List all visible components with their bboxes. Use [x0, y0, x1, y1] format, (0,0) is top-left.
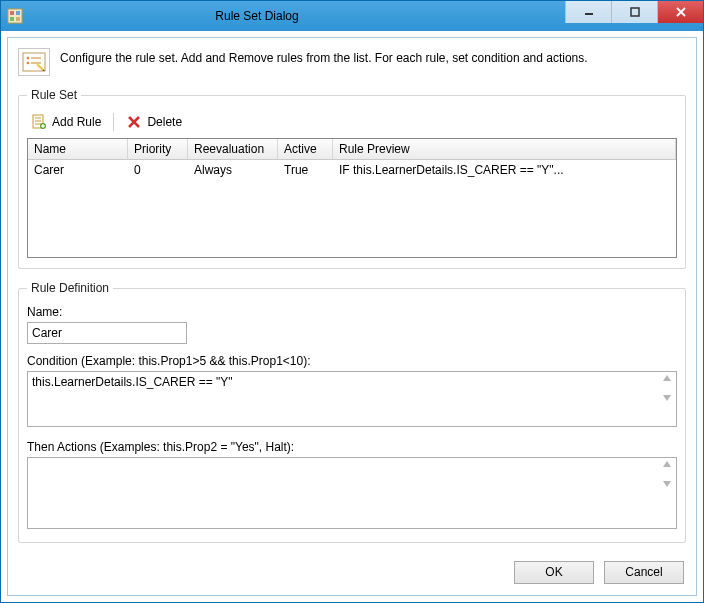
cell-reevaluation: Always	[188, 160, 278, 180]
then-input[interactable]	[27, 457, 677, 529]
svg-rect-1	[10, 11, 14, 15]
client-area: Configure the rule set. Add and Remove r…	[7, 37, 697, 596]
cell-active: True	[278, 160, 333, 180]
then-scroll[interactable]	[662, 460, 674, 488]
condition-input[interactable]	[27, 371, 677, 427]
svg-marker-26	[663, 481, 671, 487]
cell-priority: 0	[128, 160, 188, 180]
ok-button[interactable]: OK	[514, 561, 594, 584]
close-button[interactable]	[657, 1, 703, 23]
window-title: Rule Set Dialog	[29, 9, 565, 23]
window: Rule Set Dialog	[0, 0, 704, 603]
rule-set-toolbar: Add Rule Delete	[27, 110, 677, 138]
grid-header: Name Priority Reevaluation Active Rule P…	[28, 139, 676, 160]
col-name[interactable]: Name	[28, 139, 128, 159]
add-rule-button[interactable]: Add Rule	[27, 112, 105, 132]
svg-rect-6	[631, 8, 639, 16]
titlebar: Rule Set Dialog	[1, 1, 703, 31]
svg-rect-4	[16, 17, 20, 21]
delete-icon	[126, 114, 142, 130]
add-rule-label: Add Rule	[52, 115, 101, 129]
name-label: Name:	[27, 305, 677, 319]
svg-marker-23	[663, 375, 671, 381]
svg-rect-3	[10, 17, 14, 21]
window-controls	[565, 1, 703, 31]
config-text: Configure the rule set. Add and Remove r…	[60, 48, 588, 65]
col-preview[interactable]: Rule Preview	[333, 139, 676, 159]
condition-scroll[interactable]	[662, 374, 674, 402]
col-priority[interactable]: Priority	[128, 139, 188, 159]
minimize-button[interactable]	[565, 1, 611, 23]
rule-definition-legend: Rule Definition	[27, 281, 113, 295]
cell-preview: IF this.LearnerDetails.IS_CARER == "Y"..…	[333, 160, 676, 180]
col-reevaluation[interactable]: Reevaluation	[188, 139, 278, 159]
maximize-button[interactable]	[611, 1, 657, 23]
table-row[interactable]: Carer 0 Always True IF this.LearnerDetai…	[28, 160, 676, 180]
condition-label: Condition (Example: this.Prop1>5 && this…	[27, 354, 677, 368]
config-icon	[18, 48, 50, 76]
config-row: Configure the rule set. Add and Remove r…	[18, 48, 686, 76]
rules-grid[interactable]: Name Priority Reevaluation Active Rule P…	[27, 138, 677, 258]
delete-label: Delete	[147, 115, 182, 129]
svg-rect-2	[16, 11, 20, 15]
rule-definition-group: Rule Definition Name: Condition (Example…	[18, 281, 686, 543]
svg-point-10	[27, 57, 30, 60]
svg-marker-25	[663, 461, 671, 467]
toolbar-separator	[113, 113, 114, 131]
name-input[interactable]	[27, 322, 187, 344]
add-rule-icon	[31, 114, 47, 130]
rule-set-group: Rule Set Add Rule	[18, 88, 686, 269]
svg-rect-11	[31, 57, 41, 59]
delete-button[interactable]: Delete	[122, 112, 186, 132]
svg-point-12	[27, 62, 30, 65]
cell-name: Carer	[28, 160, 128, 180]
svg-rect-13	[31, 62, 41, 64]
col-active[interactable]: Active	[278, 139, 333, 159]
footer: OK Cancel	[18, 555, 686, 586]
cancel-button[interactable]: Cancel	[604, 561, 684, 584]
rule-set-legend: Rule Set	[27, 88, 81, 102]
svg-marker-24	[663, 395, 671, 401]
then-label: Then Actions (Examples: this.Prop2 = "Ye…	[27, 440, 677, 454]
app-icon	[7, 8, 23, 24]
